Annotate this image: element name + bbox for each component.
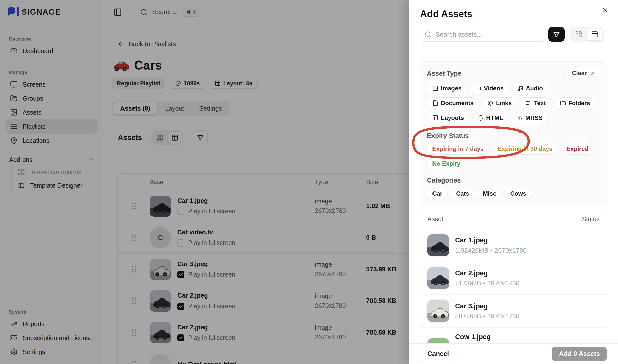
search-icon	[425, 31, 432, 38]
asset-type-label: Asset Type	[427, 70, 461, 77]
chip-label: Cats	[456, 190, 469, 197]
asset-name: Car 2.jpeg	[455, 269, 519, 277]
asset-type-chip-folders[interactable]: Folders	[554, 97, 595, 109]
globe-icon	[487, 100, 493, 106]
text-icon	[525, 100, 531, 106]
categories-chips: CarCatsMiscCows	[427, 188, 600, 199]
grid2-icon	[575, 31, 582, 38]
image-icon	[432, 85, 438, 91]
add-assets-panel: Add Assets Asset Type Clear ImagesVideos…	[409, 0, 618, 364]
expiry-chip-expiring-in-30-days[interactable]: Expiring in 30 days	[492, 143, 558, 155]
rss-icon	[517, 115, 523, 121]
panel-filter-button[interactable]	[548, 27, 565, 42]
asset-name: Cow 1.jpeg	[455, 333, 529, 341]
x-icon	[590, 70, 595, 76]
column-status: Status	[582, 215, 600, 223]
asset-list-header: Asset Status	[420, 209, 607, 229]
chip-label: Car	[432, 190, 442, 197]
cancel-button[interactable]: Cancel	[420, 347, 456, 361]
file-icon	[432, 100, 438, 106]
asset-type-chip-layouts[interactable]: Layouts	[427, 112, 469, 124]
asset-list-row[interactable]: Car 2.jpeg717397B • 2670x1780	[420, 262, 607, 295]
chip-label: Audio	[526, 85, 543, 92]
add-assets-button[interactable]: Add 0 Assets	[552, 347, 607, 361]
expiry-chip-expiring-in-7-days[interactable]: Expiring in 7 days	[427, 143, 489, 155]
asset-type-chip-html[interactable]: HTML	[472, 112, 508, 124]
category-chip-cats[interactable]: Cats	[451, 188, 474, 199]
category-chip-misc[interactable]: Misc	[478, 188, 502, 199]
asset-thumbnail	[427, 300, 449, 322]
chip-label: Links	[496, 100, 512, 107]
close-icon	[590, 70, 595, 76]
chip-label: Text	[534, 100, 546, 107]
asset-type-chip-mrss[interactable]: MRSS	[512, 112, 548, 124]
asset-list-row[interactable]: Car 1.jpeg1.02426MB • 2670x1780	[420, 229, 607, 262]
asset-type-chip-videos[interactable]: Videos	[470, 83, 509, 94]
table-view-button[interactable]	[587, 28, 602, 41]
close-icon[interactable]	[601, 7, 609, 14]
grid-view-button[interactable]	[571, 28, 586, 41]
panel-title: Add Assets	[420, 9, 607, 19]
asset-meta: 717397B • 2670x1780	[455, 279, 519, 287]
music-icon	[517, 85, 523, 91]
asset-type-chip-images[interactable]: Images	[427, 83, 467, 94]
expiry-status-chips: Expiring in 7 daysExpiring in 30 daysExp…	[427, 143, 600, 169]
expiry-chip-expired[interactable]: Expired	[561, 143, 594, 155]
chip-label: Folders	[568, 100, 590, 107]
x-icon	[601, 7, 609, 14]
asset-type-chip-documents[interactable]: Documents	[427, 97, 479, 109]
asset-meta: 1.02426MB • 2670x1780	[455, 247, 527, 254]
asset-name: Car 3.jpeg	[455, 302, 519, 310]
asset-search-input[interactable]	[420, 27, 545, 42]
asset-thumbnail	[427, 267, 449, 289]
table-icon	[591, 31, 598, 38]
clear-filters-button[interactable]: Clear	[567, 67, 600, 79]
panel-view-toggle	[570, 27, 604, 42]
asset-type-chip-links[interactable]: Links	[482, 97, 517, 109]
category-chip-car[interactable]: Car	[427, 188, 448, 199]
chip-label: MRSS	[525, 114, 543, 122]
expiry-chip-no-expiry[interactable]: No Expiry	[427, 158, 466, 169]
column-asset: Asset	[427, 215, 443, 223]
chip-label: Expired	[566, 145, 588, 152]
categories-label: Categories	[427, 176, 600, 184]
asset-list[interactable]: Asset Status Car 1.jpeg1.02426MB • 2670x…	[420, 209, 607, 364]
funnel-icon	[553, 31, 560, 38]
chip-label: Videos	[484, 85, 504, 92]
panel-footer: Cancel Add 0 Assets	[409, 343, 618, 364]
chip-label: HTML	[486, 114, 503, 122]
asset-search	[420, 27, 545, 42]
chip-label: Images	[441, 85, 462, 92]
clear-label: Clear	[572, 70, 587, 77]
asset-type-chips: ImagesVideosAudioDocumentsLinksTextFolde…	[427, 83, 600, 124]
video-icon	[475, 85, 481, 91]
bell-icon	[478, 115, 484, 121]
asset-type-chip-audio[interactable]: Audio	[512, 83, 548, 94]
chip-label: Documents	[441, 100, 474, 107]
layout-icon	[432, 115, 438, 121]
chip-label: Expiring in 7 days	[432, 145, 484, 152]
expiry-status-label: Expiry Status	[427, 132, 600, 140]
asset-meta: 587765B • 2670x1780	[455, 312, 519, 320]
chip-label: No Expiry	[432, 160, 460, 167]
chip-label: Misc	[483, 190, 496, 197]
folder-icon	[560, 100, 566, 106]
chip-label: Cows	[510, 190, 526, 197]
asset-thumbnail	[427, 234, 449, 256]
search-icon	[425, 31, 432, 38]
chip-label: Expiring in 30 days	[498, 145, 552, 152]
asset-list-row[interactable]: Car 3.jpeg587765B • 2670x1780	[420, 295, 607, 328]
filters-card: Asset Type Clear ImagesVideosAudioDocume…	[420, 61, 607, 206]
chip-label: Layouts	[441, 114, 464, 122]
asset-name: Car 1.jpeg	[455, 236, 527, 244]
asset-type-chip-text[interactable]: Text	[520, 97, 551, 109]
category-chip-cows[interactable]: Cows	[505, 188, 531, 199]
